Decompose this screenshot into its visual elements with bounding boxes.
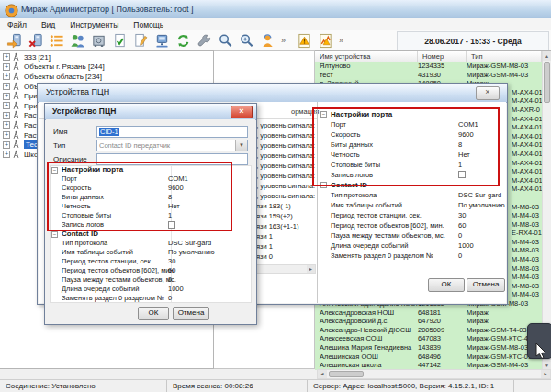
- table-row[interactable]: Алешинская ООШ648496Мираж-GSM-КТС-01: [315, 353, 542, 362]
- list-row[interactable]: а, уровень сигнала: 25: [253, 181, 317, 191]
- property-row[interactable]: Имя таблицы событийПо умолчанию: [319, 200, 500, 210]
- type-combobox[interactable]: Contact ID передатчик ▼: [96, 140, 248, 151]
- property-row[interactable]: Биты данных8: [319, 140, 500, 150]
- expand-plus-icon[interactable]: +: [3, 121, 10, 129]
- expand-plus-icon[interactable]: +: [3, 63, 10, 71]
- list-row[interactable]: а, уровень сигнала: 28: [253, 171, 317, 181]
- property-row[interactable]: Длина очереди событий1000: [319, 241, 500, 251]
- close-icon[interactable]: ×: [476, 86, 500, 100]
- property-row[interactable]: Период тестов станции, сек.30: [50, 257, 252, 266]
- dialog-titlebar[interactable]: Устройство ПЦН ×: [45, 104, 256, 120]
- zoom-in-icon[interactable]: [236, 31, 257, 50]
- toolbar-overflow-icon-2[interactable]: »: [339, 36, 343, 45]
- column-header[interactable]: Имя устройства: [315, 51, 418, 62]
- table-row[interactable]: Ялтуново1234335Мираж-GSM-M8-03: [315, 62, 542, 71]
- tree-item[interactable]: +Объекты г. Рязань [244]: [0, 62, 213, 73]
- expand-plus-icon[interactable]: +: [3, 141, 10, 149]
- expand-plus-icon[interactable]: +: [3, 112, 10, 119]
- ok-button[interactable]: ОК: [428, 278, 465, 292]
- tree-item[interactable]: +333 [21]: [0, 52, 213, 62]
- list-row[interactable]: а, уровень сигнала: 26: [253, 191, 317, 201]
- info-column-header[interactable]: ормация: [291, 107, 319, 116]
- list-row[interactable]: вязи 0: [253, 252, 317, 262]
- list-row[interactable]: а, уровень сигнала: 29: [253, 120, 317, 130]
- menu-item-инструменты[interactable]: Инструменты: [62, 20, 126, 29]
- expand-plus-icon[interactable]: +: [3, 131, 10, 139]
- connect-icon[interactable]: [4, 31, 25, 50]
- wrench-icon[interactable]: [194, 31, 215, 50]
- search-icon[interactable]: [215, 31, 236, 50]
- table-row[interactable]: Алексеевская СОШ647083Мираж-GSM-КТС-4: [315, 334, 542, 343]
- properties-icon[interactable]: [46, 31, 67, 50]
- column-header[interactable]: Тип: [467, 51, 542, 62]
- expand-plus-icon[interactable]: +: [3, 151, 10, 158]
- property-row[interactable]: Пауза между тестами объектов, мс.0: [319, 230, 500, 241]
- property-row[interactable]: ЧетностьНет: [319, 150, 500, 160]
- property-row[interactable]: Имя таблицы событийПо умолчанию: [50, 248, 252, 257]
- horizontal-scrollbar[interactable]: ◄ ►: [317, 369, 551, 379]
- expand-plus-icon[interactable]: +: [3, 102, 10, 109]
- table-row[interactable]: Александровская НОШ648181Мираж: [315, 308, 542, 318]
- scroll-up-icon[interactable]: ▲: [543, 51, 551, 61]
- vertical-scrollbar[interactable]: ▲ ▼: [542, 51, 551, 370]
- users-icon[interactable]: [67, 31, 88, 50]
- list-horizontal-scrollbar[interactable]: ►: [250, 264, 316, 274]
- ok-button[interactable]: ОК: [138, 307, 169, 320]
- column-header[interactable]: Номер: [418, 51, 467, 62]
- property-row[interactable]: Период тестов объектов [602], мин.60: [319, 220, 500, 230]
- table-row[interactable]: Александро-Невский ДЮСШ2005009Мираж-GSM-…: [315, 326, 542, 335]
- scroll-right-icon[interactable]: ►: [541, 370, 550, 378]
- property-row[interactable]: Период тестов станции, сек.30: [319, 210, 500, 220]
- table-row[interactable]: тест431930Мираж-GSM-M4-03: [315, 71, 542, 80]
- alarm-chart-icon[interactable]: [315, 31, 336, 50]
- collapse-minus-icon[interactable]: −: [51, 231, 58, 238]
- property-row[interactable]: Пауза между тестами объектов, мс.0: [50, 275, 252, 285]
- checkbox[interactable]: [458, 171, 466, 178]
- safe-icon[interactable]: [88, 31, 109, 50]
- network-icon[interactable]: [152, 31, 173, 50]
- property-row[interactable]: Длина очереди событий1000: [50, 285, 252, 294]
- property-row[interactable]: Скорость9600: [50, 184, 252, 193]
- list-row[interactable]: вязи 159(+2): [253, 211, 317, 221]
- expand-plus-icon[interactable]: +: [3, 53, 10, 61]
- property-row[interactable]: Стоповые биты1: [319, 160, 500, 170]
- scrollbar-thumb[interactable]: [329, 371, 364, 377]
- property-row[interactable]: ПортCOM1: [319, 119, 500, 129]
- expand-plus-icon[interactable]: +: [3, 83, 10, 90]
- name-input[interactable]: CID-1: [96, 126, 248, 138]
- property-row[interactable]: Биты данных8: [50, 193, 252, 202]
- description-input[interactable]: [96, 153, 248, 165]
- list-row[interactable]: а, уровень сигнала: 29: [253, 161, 317, 171]
- menu-item-вид[interactable]: Вид: [34, 20, 62, 29]
- edit-document-icon[interactable]: [130, 31, 152, 50]
- property-row[interactable]: Тип протоколаDSC Sur-gard: [319, 190, 500, 200]
- collapse-minus-icon[interactable]: −: [51, 167, 58, 174]
- table-row[interactable]: Алешина Мария Генадиевна143839Мираж-GSM-…: [315, 343, 542, 353]
- property-row[interactable]: Период тестов объектов [602], мин.60: [50, 266, 252, 275]
- alarm-document-icon[interactable]: [294, 31, 315, 50]
- property-row[interactable]: Запись логов: [319, 170, 500, 180]
- property-row[interactable]: Скорость9600: [319, 129, 500, 140]
- cancel-button[interactable]: Отмена: [173, 307, 209, 320]
- list-row[interactable]: вязи 1: [253, 241, 317, 252]
- pcn-window-titlebar[interactable]: Устройства ПЦН ×: [38, 84, 507, 103]
- close-icon[interactable]: ×: [231, 106, 253, 118]
- chevron-down-icon[interactable]: ▼: [235, 140, 247, 151]
- property-row[interactable]: Тип протоколаDSC Sur-gard: [50, 239, 252, 248]
- property-row[interactable]: ПортCOM1: [50, 174, 252, 184]
- refresh-icon[interactable]: [173, 31, 194, 50]
- toolbar-overflow-icon[interactable]: »: [281, 36, 286, 45]
- list-row[interactable]: вязи 183(-1): [253, 201, 317, 211]
- property-row[interactable]: ЧетностьНет: [50, 202, 252, 211]
- expand-plus-icon[interactable]: +: [3, 93, 10, 100]
- list-row[interactable]: а, уровень сигнала: 27: [253, 130, 317, 140]
- tree-item[interactable]: +Объекты область [234]: [0, 72, 213, 82]
- cancel-button[interactable]: Отмена: [467, 278, 505, 292]
- checkbox[interactable]: [168, 221, 175, 229]
- disconnect-icon[interactable]: [25, 31, 46, 50]
- menu-item-файл[interactable]: Файл: [0, 20, 34, 29]
- list-row[interactable]: вязи 1: [253, 231, 317, 241]
- operator-icon[interactable]: [257, 31, 278, 50]
- scrollbar-thumb[interactable]: [544, 62, 550, 103]
- scroll-left-icon[interactable]: ◄: [318, 370, 327, 378]
